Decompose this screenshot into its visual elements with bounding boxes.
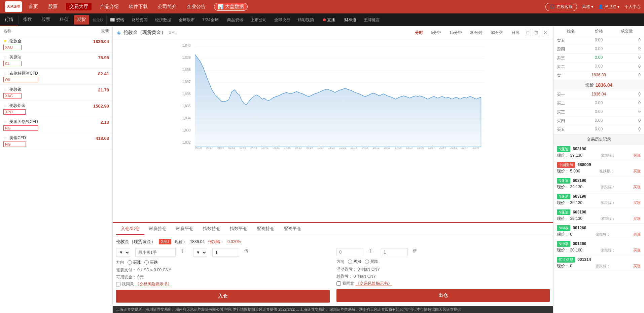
exit-sell-radio-label[interactable]: 买跌 xyxy=(365,259,378,265)
tab-index[interactable]: 指数 xyxy=(19,13,37,26)
exit-submit-button[interactable]: 出仓 xyxy=(336,289,550,302)
tab-market[interactable]: 行情 xyxy=(0,13,18,26)
entry-mult-input[interactable] xyxy=(212,248,239,257)
tab-futures[interactable]: 期货 xyxy=(74,15,89,25)
time-btn-30min[interactable]: 30分钟 xyxy=(467,29,485,36)
history-change-link-7[interactable]: 买涨 xyxy=(633,264,641,269)
style-menu[interactable]: 风格 ▾ xyxy=(582,4,593,10)
history-change-link-0[interactable]: 买涨 xyxy=(633,153,641,158)
nav-home[interactable]: 首页 xyxy=(27,4,40,10)
order-tab-margin-close[interactable]: 融资平仓 xyxy=(171,223,198,235)
entry-qty-input[interactable] xyxy=(135,248,176,257)
personal-center-menu[interactable]: 个人中心 xyxy=(624,4,641,10)
order-tab-alloc-close[interactable]: 配资平仓 xyxy=(279,223,306,235)
exit-mult-input[interactable] xyxy=(381,248,408,256)
listed-company[interactable]: 上市公司 xyxy=(247,17,270,23)
sidebar-item-oil[interactable]: ☆ 布伦特原油CFD OIL 82.41 xyxy=(0,69,112,85)
chart-title-text: 伦敦金（现货黄金） xyxy=(123,30,166,36)
entry-direction-select[interactable]: ▼ xyxy=(116,248,130,257)
time-btn-5min[interactable]: 5分钟 xyxy=(428,29,444,36)
entry-agreement-text: 我同意 xyxy=(122,281,134,287)
startup-edition[interactable]: 创业版 xyxy=(90,13,106,26)
entry-submit-button[interactable]: 入仓 xyxy=(116,290,330,303)
history-change-link-1[interactable]: 买涨 xyxy=(633,169,641,174)
chart-expand-icon[interactable]: □ xyxy=(525,29,531,36)
time-btn-daily[interactable]: 日线 xyxy=(509,29,522,36)
entry-sell-radio-label[interactable]: 买跌 xyxy=(144,260,158,265)
ob-sell-3: 卖三 0.00 0 xyxy=(553,54,644,63)
tab-kechuang[interactable]: 科创 xyxy=(55,13,73,26)
wealth-path-tab[interactable]: 财神道 xyxy=(341,17,360,23)
ob-buy-1: 买一 1836.04 0 xyxy=(553,90,644,99)
sidebar-item-xau[interactable]: ★ 伦敦金 XAU 1836.04 xyxy=(0,36,112,52)
entry-sell-radio[interactable] xyxy=(144,260,149,265)
nav-announcement[interactable]: 企业公告 xyxy=(185,4,207,10)
user-menu[interactable]: 👤 严卫红 ▾ xyxy=(598,4,619,10)
star-icon-xau[interactable]: ★ xyxy=(3,39,7,43)
sidebar-item-xag[interactable]: ☆ 伦敦银 XAG 21.78 xyxy=(0,85,112,101)
entry-buy-radio-label[interactable]: 买涨 xyxy=(128,260,141,265)
order-tab-margin-hold[interactable]: 融资持仓 xyxy=(144,223,171,235)
svg-text:23:45: 23:45 xyxy=(473,146,480,149)
history-change-label-3: 张跌幅： xyxy=(601,200,615,205)
exit-total-value: 0=NaN CNY xyxy=(354,274,376,279)
entry-agreement-link[interactable]: 《交易风险揭示书》 xyxy=(135,281,172,287)
ob-buy4-name: 买四 xyxy=(557,118,585,124)
entry-buy-radio[interactable] xyxy=(128,260,132,265)
commodity-info[interactable]: 商品资讯 xyxy=(224,17,247,23)
history-price-2: 现价： 39.130 xyxy=(557,184,582,190)
sidebar-item-xpd[interactable]: ☆ 伦敦铝金 XPD 1502.90 xyxy=(0,101,112,117)
chart-close-icon[interactable]: ✕ xyxy=(542,29,549,36)
exit-qty-input[interactable] xyxy=(336,248,363,256)
tab-stocks[interactable]: 股票 xyxy=(37,13,55,26)
item-name-oil: 布伦特原油CFD xyxy=(9,71,38,76)
sidebar-item-cl[interactable]: ☆ 美原油 CL 75.95 xyxy=(0,52,112,69)
news-label[interactable]: 资讯 xyxy=(116,17,124,23)
nav-products[interactable]: 产品介绍 xyxy=(98,4,120,10)
exit-buy-radio-label[interactable]: 买涨 xyxy=(348,259,361,265)
exit-buy-radio[interactable] xyxy=(348,260,352,264)
entry-mult-select[interactable]: ▼ xyxy=(193,248,207,257)
history-change-link-3[interactable]: 买涨 xyxy=(633,200,641,205)
history-change-link-6[interactable]: 买涨 xyxy=(633,248,641,253)
history-change-link-5[interactable]: 买涨 xyxy=(633,232,641,237)
star-icon-oil[interactable]: ☆ xyxy=(3,71,7,76)
online-service-button[interactable]: 🎧 在线客服 xyxy=(545,3,577,11)
exit-sell-radio[interactable] xyxy=(365,260,369,264)
chart-shrink-icon[interactable]: ⊡ xyxy=(533,29,540,36)
live-tab[interactable]: 直播 xyxy=(319,17,339,23)
star-icon-xpd[interactable]: ☆ xyxy=(3,103,7,108)
order-tab-index-close[interactable]: 指数平仓 xyxy=(225,223,252,235)
global-724[interactable]: 7*24全球 xyxy=(199,17,222,23)
sidebar-item-hg[interactable]: ☆ 美铜CFD HG 418.03 xyxy=(0,133,112,149)
trump-card-tab[interactable]: 王牌健言 xyxy=(360,17,383,23)
time-btn-15min[interactable]: 15分钟 xyxy=(446,29,464,36)
nav-about[interactable]: 公司简介 xyxy=(156,4,178,10)
financial-news[interactable]: 财经要闻 xyxy=(128,17,151,23)
entry-agreement-checkbox[interactable] xyxy=(116,282,120,286)
nav-market-data[interactable]: 📊 大盘数据 xyxy=(214,3,248,11)
exit-agreement-link[interactable]: 《交易风险揭示书》 xyxy=(356,281,392,286)
global-stocks[interactable]: 全球股市 xyxy=(175,17,198,23)
highlights-video[interactable]: 精彩视频 xyxy=(294,17,317,23)
svg-text:06:39: 06:39 xyxy=(273,146,280,149)
order-tab-alloc-hold[interactable]: 配资持仓 xyxy=(252,223,279,235)
global-central-bank[interactable]: 全球央行 xyxy=(271,17,294,23)
star-icon-hg[interactable]: ☆ xyxy=(3,135,7,140)
order-tab-index-hold[interactable]: 指数持仓 xyxy=(198,223,225,235)
sidebar-item-ng[interactable]: ☆ 美国天然气CFD NG 2.13 xyxy=(0,117,112,133)
exit-agreement-checkbox[interactable] xyxy=(336,281,341,286)
time-btn-60min[interactable]: 60分钟 xyxy=(488,29,506,36)
star-icon-ng[interactable]: ☆ xyxy=(3,119,7,124)
time-btn-fen[interactable]: 分时 xyxy=(412,29,426,36)
nav-stocks[interactable]: 股票 xyxy=(46,4,59,10)
nav-trading[interactable]: 交易大厅 xyxy=(66,3,92,10)
history-change-link-4[interactable]: 买涨 xyxy=(633,216,641,221)
chart-diamond-icon: ◈ xyxy=(117,30,121,36)
star-icon-cl[interactable]: ☆ xyxy=(3,55,7,60)
history-change-link-2[interactable]: 买涨 xyxy=(633,185,641,190)
star-icon-xag[interactable]: ☆ xyxy=(3,87,7,92)
nav-software[interactable]: 软件下载 xyxy=(127,4,149,10)
economic-data[interactable]: 经济数据 xyxy=(152,17,175,23)
order-tab-entry[interactable]: 入仓/出仓 xyxy=(116,223,144,235)
